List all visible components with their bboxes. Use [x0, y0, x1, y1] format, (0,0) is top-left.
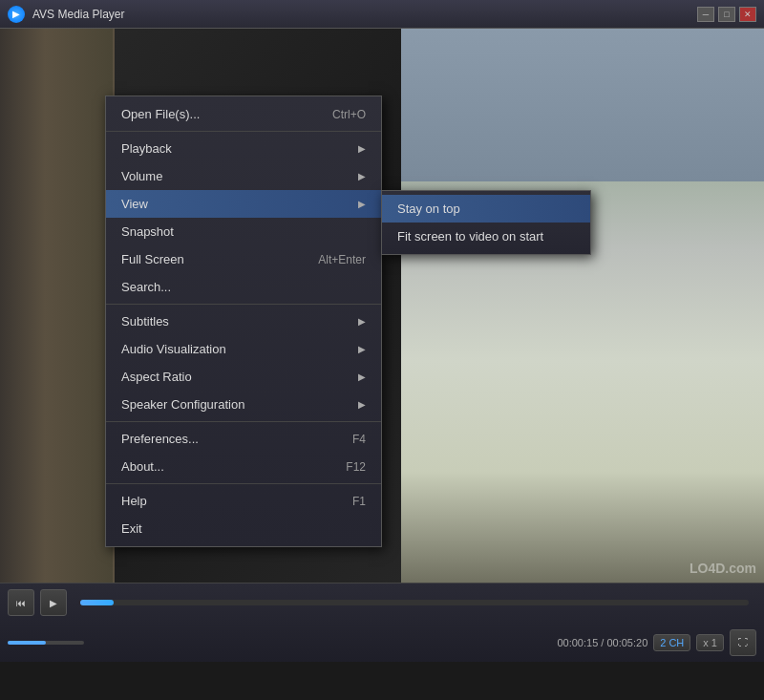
menu-item-about-label: About...	[121, 459, 327, 474]
play-button[interactable]: ▶	[40, 589, 67, 616]
maximize-button[interactable]: □	[718, 7, 735, 22]
prev-button[interactable]: ⏮	[8, 589, 34, 616]
submenu-item-stayontop[interactable]: Stay on top	[382, 195, 590, 223]
menu-item-about-shortcut: F12	[346, 460, 366, 474]
subtitles-arrow-icon: ▶	[358, 316, 366, 327]
menu-item-subtitles-label: Subtitles	[121, 314, 354, 329]
menu-item-open-shortcut: Ctrl+O	[332, 108, 366, 121]
menu-item-volume-label: Volume	[121, 169, 354, 183]
menu-item-playback[interactable]: Playback ▶	[106, 135, 381, 162]
audiovis-arrow-icon: ▶	[358, 344, 366, 354]
context-menu: Open File(s)... Ctrl+O Playback ▶ Volume…	[105, 95, 382, 547]
menu-item-open-label: Open File(s)...	[121, 107, 313, 121]
divider-3	[106, 421, 381, 422]
menu-item-search-label: Search...	[121, 280, 366, 294]
menu-overlay: Open File(s)... Ctrl+O Playback ▶ Volume…	[0, 57, 764, 662]
divider-4	[106, 483, 381, 484]
progress-fill	[80, 600, 114, 605]
divider-1	[106, 131, 381, 132]
watermark: LO4D.com	[690, 561, 756, 576]
menu-item-audiovis-label: Audio Visualization	[121, 342, 354, 356]
submenu-item-fitscreen[interactable]: Fit screen to video on start	[382, 223, 590, 250]
control-bar: ⏮ ▶ 00:00:15 / 00:05:20 2 CH x 1 ⛶	[0, 583, 764, 662]
menu-item-preferences[interactable]: Preferences... F4	[106, 425, 381, 453]
menu-item-open[interactable]: Open File(s)... Ctrl+O	[106, 100, 381, 128]
view-submenu: Stay on top Fit screen to video on start	[381, 190, 591, 255]
progress-bar[interactable]	[80, 600, 749, 605]
menu-item-about[interactable]: About... F12	[106, 453, 381, 480]
submenu-stayontop-label: Stay on top	[397, 202, 575, 216]
menu-item-help-label: Help	[121, 494, 333, 508]
menu-item-preferences-label: Preferences...	[121, 432, 333, 446]
view-arrow-icon: ▶	[358, 199, 366, 209]
title-bar: ▶ AVS Media Player ─ □ ✕	[0, 0, 764, 29]
app-icon: ▶	[8, 6, 25, 23]
divider-2	[106, 304, 381, 305]
control-bottom-row: 00:00:15 / 00:05:20 2 CH x 1 ⛶	[0, 622, 764, 662]
menu-item-fullscreen[interactable]: Full Screen Alt+Enter	[106, 245, 381, 273]
menu-item-subtitles[interactable]: Subtitles ▶	[106, 308, 381, 335]
time-display: 00:00:15 / 00:05:20	[557, 637, 647, 648]
menu-item-search[interactable]: Search...	[106, 273, 381, 301]
playback-arrow-icon: ▶	[358, 143, 366, 154]
menu-item-help[interactable]: Help F1	[106, 487, 381, 515]
control-top-row: ⏮ ▶	[0, 583, 764, 622]
menu-item-exit[interactable]: Exit	[106, 515, 381, 542]
menu-item-aspectratio-label: Aspect Ratio	[121, 370, 354, 384]
menu-item-view-label: View	[121, 197, 354, 211]
menu-item-volume[interactable]: Volume ▶	[106, 162, 381, 190]
player-area: Open File(s)... Ctrl+O Playback ▶ Volume…	[0, 29, 764, 662]
menu-item-speakerconfig-label: Speaker Configuration	[121, 397, 354, 412]
volume-slider[interactable]	[8, 641, 84, 645]
menu-item-snapshot-label: Snapshot	[121, 224, 366, 239]
fullscreen-button[interactable]: ⛶	[730, 629, 756, 656]
menu-item-audiovis[interactable]: Audio Visualization ▶	[106, 335, 381, 363]
app-title: AVS Media Player	[32, 8, 697, 21]
menu-item-playback-label: Playback	[121, 141, 354, 156]
aspectratio-arrow-icon: ▶	[358, 371, 366, 382]
menu-item-preferences-shortcut: F4	[352, 433, 366, 446]
menu-item-speakerconfig[interactable]: Speaker Configuration ▶	[106, 391, 381, 418]
menu-item-help-shortcut: F1	[352, 495, 366, 508]
submenu-fitscreen-label: Fit screen to video on start	[397, 229, 575, 244]
menu-item-fullscreen-shortcut: Alt+Enter	[318, 253, 366, 266]
volume-fill	[8, 641, 46, 645]
menu-item-view[interactable]: View ▶ Stay on top Fit screen to video o…	[106, 190, 381, 218]
window-controls: ─ □ ✕	[697, 7, 756, 22]
minimize-button[interactable]: ─	[697, 7, 714, 22]
menu-item-aspectratio[interactable]: Aspect Ratio ▶	[106, 363, 381, 391]
menu-item-exit-label: Exit	[121, 521, 366, 536]
speakerconfig-arrow-icon: ▶	[358, 399, 366, 410]
close-button[interactable]: ✕	[739, 7, 756, 22]
channel-badge: 2 CH	[653, 634, 690, 651]
speed-badge: x 1	[696, 634, 724, 651]
menu-item-snapshot[interactable]: Snapshot	[106, 218, 381, 245]
menu-item-fullscreen-label: Full Screen	[121, 252, 299, 266]
volume-arrow-icon: ▶	[358, 171, 366, 181]
